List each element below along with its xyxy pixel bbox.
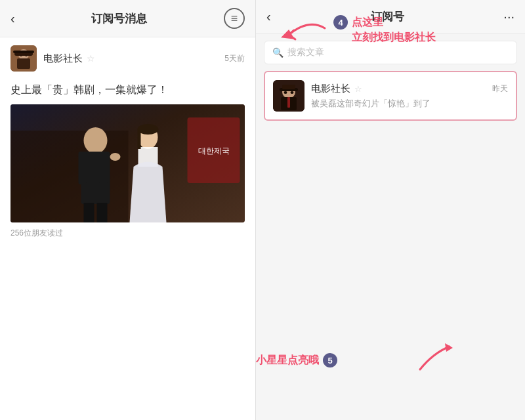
- svg-point-26: [284, 91, 287, 94]
- star-icon[interactable]: ☆: [87, 53, 95, 64]
- svg-point-19: [110, 153, 121, 161]
- svg-rect-18: [138, 129, 141, 149]
- sub-name: 电影社长: [311, 83, 350, 95]
- svg-rect-4: [13, 51, 34, 53]
- svg-rect-11: [79, 152, 87, 184]
- left-header: ‹ 订阅号消息 ≡: [0, 0, 255, 37]
- sub-preview: 被吴磊这部奇幻片「惊艳」到了: [311, 98, 508, 110]
- svg-rect-25: [282, 85, 295, 89]
- search-bar[interactable]: 🔍 搜索文章: [264, 41, 517, 64]
- read-count: 256位朋友读过: [0, 222, 255, 244]
- sub-time: 昨天: [492, 83, 508, 94]
- post-title: 史上最「贵」韩剧，一集就爆了！: [0, 79, 255, 104]
- sub-more-button[interactable]: ···: [503, 9, 514, 24]
- sub-name-row: 电影社长 ☆ 昨天: [311, 83, 508, 95]
- sub-title: 订阅号: [371, 9, 404, 24]
- svg-text:대한제국: 대한제국: [198, 146, 230, 156]
- image-overlay: 대한제국: [10, 104, 245, 222]
- post-image: 대한제국: [10, 104, 245, 222]
- svg-rect-2: [17, 58, 30, 69]
- svg-point-27: [291, 91, 294, 94]
- svg-rect-8: [10, 131, 129, 222]
- sub-header: ‹ 订阅号 ···: [256, 0, 525, 34]
- svg-rect-12: [100, 152, 108, 184]
- svg-point-5: [20, 54, 22, 56]
- menu-icon: ≡: [231, 12, 238, 24]
- page-title: 订阅号消息: [91, 11, 147, 26]
- svg-rect-13: [84, 203, 94, 222]
- left-phone-panel: ‹ 订阅号消息 ≡ 电影社长 ☆ 5天前 史上最「贵」韩剧，一集就爆了！: [0, 0, 256, 420]
- menu-button[interactable]: ≡: [224, 8, 245, 29]
- account-name: 电影社长: [43, 52, 83, 65]
- svg-rect-14: [97, 203, 108, 222]
- sub-star-icon[interactable]: ☆: [354, 84, 362, 94]
- svg-rect-29: [287, 97, 290, 108]
- back-button[interactable]: ‹: [10, 11, 15, 26]
- sub-content: 电影社长 ☆ 昨天 被吴磊这部奇幻片「惊艳」到了: [311, 83, 508, 110]
- account-name-row: 电影社长 ☆ 5天前: [43, 52, 245, 65]
- account-row: 电影社长 ☆ 5天前: [0, 37, 255, 79]
- sub-back-button[interactable]: ‹: [266, 9, 271, 24]
- right-panel: ‹ 订阅号 ··· 🔍 搜索文章: [256, 0, 525, 420]
- account-avatar: [10, 45, 37, 72]
- subscription-item[interactable]: 电影社长 ☆ 昨天 被吴磊这部奇幻片「惊艳」到了: [264, 71, 517, 121]
- svg-point-6: [25, 54, 28, 56]
- search-placeholder: 搜索文章: [287, 47, 324, 58]
- search-icon: 🔍: [272, 47, 284, 58]
- svg-point-9: [84, 127, 108, 154]
- sub-avatar: [273, 80, 304, 112]
- post-time: 5天前: [224, 53, 245, 64]
